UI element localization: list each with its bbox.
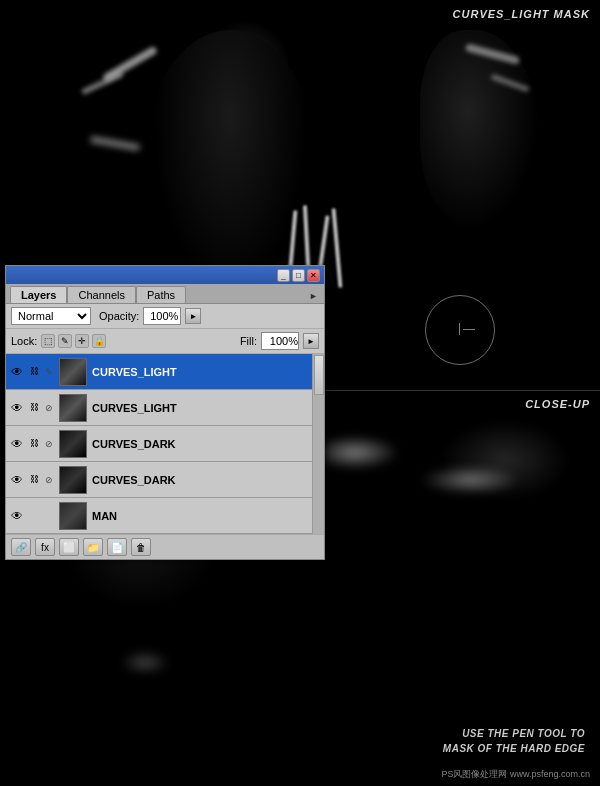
layers-scroll-thumb[interactable]	[314, 355, 324, 395]
toolbar-link-button[interactable]: 🔗	[11, 538, 31, 556]
layer-item-curves-light-2[interactable]: 👁 ⛓ ⊘ CURVES_LIGHT	[6, 390, 324, 426]
blend-opacity-row: Normal Multiply Screen Opacity: ►	[6, 304, 324, 329]
toolbar-mask-button[interactable]: ⬜	[59, 538, 79, 556]
panel-toolbar: 🔗 fx ⬜ 📁 📄 🗑	[6, 534, 324, 559]
layer-fx-3[interactable]: ⊘	[42, 437, 56, 451]
fill-label: Fill:	[240, 335, 257, 347]
instruction-line-2: MASK OF THE HARD EDGE	[443, 741, 585, 756]
layer-fx-2[interactable]: ⊘	[42, 401, 56, 415]
layers-scrollbar[interactable]	[312, 354, 324, 534]
divider-horizontal	[310, 390, 600, 391]
opacity-input[interactable]	[143, 307, 181, 325]
close-button[interactable]: ✕	[307, 269, 320, 282]
layer-name-1: CURVES_LIGHT	[92, 366, 321, 378]
layer-thumbnail-5	[59, 502, 87, 530]
layer-link-1[interactable]: ⛓	[28, 365, 40, 377]
layer-thumbnail-4	[59, 466, 87, 494]
layer-visibility-eye-5[interactable]: 👁	[9, 508, 25, 524]
brush-crosshair-horizontal	[463, 329, 475, 330]
tab-layers[interactable]: Layers	[10, 286, 67, 303]
toolbar-fx-button[interactable]: fx	[35, 538, 55, 556]
tab-paths[interactable]: Paths	[136, 286, 186, 303]
toolbar-new-button[interactable]: 📄	[107, 538, 127, 556]
layer-fx-5	[42, 509, 56, 523]
layer-thumbnail-2	[59, 394, 87, 422]
layer-visibility-eye-3[interactable]: 👁	[9, 436, 25, 452]
toolbar-group-button[interactable]: 📁	[83, 538, 103, 556]
opacity-arrow-button[interactable]: ►	[185, 308, 201, 324]
brush-cursor-circle	[425, 295, 495, 365]
maximize-button[interactable]: □	[292, 269, 305, 282]
glow-spot-3	[120, 650, 170, 675]
layer-item-man[interactable]: 👁 MAN	[6, 498, 324, 534]
layer-name-4: CURVES_DARK	[92, 474, 321, 486]
blend-mode-select[interactable]: Normal Multiply Screen	[11, 307, 91, 325]
lock-paint-icon[interactable]: ✎	[58, 334, 72, 348]
closeup-glow-2	[420, 465, 520, 495]
tab-channels[interactable]: Channels	[67, 286, 135, 303]
instruction-line-1: USE THE PEN TOOL TO	[443, 726, 585, 741]
lock-transparent-icon[interactable]: ⬚	[41, 334, 55, 348]
vert-stroke-4	[332, 208, 343, 288]
layer-item-curves-dark-1[interactable]: 👁 ⛓ ⊘ CURVES_DARK	[6, 426, 324, 462]
titlebar-buttons: _ □ ✕	[277, 269, 320, 282]
layers-panel: _ □ ✕ Layers Channels Paths ► Normal Mul…	[5, 265, 325, 560]
panel-titlebar: _ □ ✕	[6, 266, 324, 284]
layer-icons-5	[28, 509, 56, 523]
lock-fill-row: Lock: ⬚ ✎ ✛ 🔒 Fill: ►	[6, 329, 324, 354]
layer-item-curves-light-selected[interactable]: 👁 ⛓ ✎ CURVES_LIGHT	[6, 354, 324, 390]
layer-name-5: MAN	[92, 510, 321, 522]
layer-link-2[interactable]: ⛓	[28, 401, 40, 413]
layer-item-curves-dark-2[interactable]: 👁 ⛓ ⊘ CURVES_DARK	[6, 462, 324, 498]
opacity-label: Opacity:	[99, 310, 139, 322]
layer-name-2: CURVES_LIGHT	[92, 402, 321, 414]
lock-label: Lock:	[11, 335, 37, 347]
layer-visibility-eye-4[interactable]: 👁	[9, 472, 25, 488]
panel-tabs-bar: Layers Channels Paths ►	[6, 284, 324, 304]
layer-list: 👁 ⛓ ✎ CURVES_LIGHT 👁 ⛓ ⊘ CURVES_LIGHT 👁 …	[6, 354, 324, 534]
fill-arrow-button[interactable]: ►	[303, 333, 319, 349]
layer-fx-4[interactable]: ⊘	[42, 473, 56, 487]
label-curves-light-mask: CURVES_LIGHT MASK	[453, 8, 590, 20]
layer-link-5	[28, 509, 40, 521]
brush-crosshair-vertical	[459, 323, 460, 335]
lock-move-icon[interactable]: ✛	[75, 334, 89, 348]
layer-icons-3: ⛓ ⊘	[28, 437, 56, 451]
layer-link-3[interactable]: ⛓	[28, 437, 40, 449]
layer-visibility-eye-2[interactable]: 👁	[9, 400, 25, 416]
lock-icons-group: ⬚ ✎ ✛ 🔒	[41, 334, 106, 348]
layer-icons-4: ⛓ ⊘	[28, 473, 56, 487]
toolbar-trash-button[interactable]: 🗑	[131, 538, 151, 556]
layer-link-4[interactable]: ⛓	[28, 473, 40, 485]
layer-fx-1[interactable]: ✎	[42, 365, 56, 379]
layer-thumbnail-3	[59, 430, 87, 458]
label-close-up: CLOSE-UP	[525, 398, 590, 410]
layer-thumbnail-1	[59, 358, 87, 386]
layer-icons-1: ⛓ ✎	[28, 365, 56, 379]
lock-all-icon[interactable]: 🔒	[92, 334, 106, 348]
layer-visibility-eye-1[interactable]: 👁	[9, 364, 25, 380]
bottom-instruction: USE THE PEN TOOL TO MASK OF THE HARD EDG…	[443, 726, 585, 756]
layer-name-3: CURVES_DARK	[92, 438, 321, 450]
panel-options-arrow[interactable]: ►	[306, 289, 321, 303]
fill-input[interactable]	[261, 332, 299, 350]
layer-icons-2: ⛓ ⊘	[28, 401, 56, 415]
minimize-button[interactable]: _	[277, 269, 290, 282]
watermark: PS风图像处理网 www.psfeng.com.cn	[441, 768, 590, 781]
